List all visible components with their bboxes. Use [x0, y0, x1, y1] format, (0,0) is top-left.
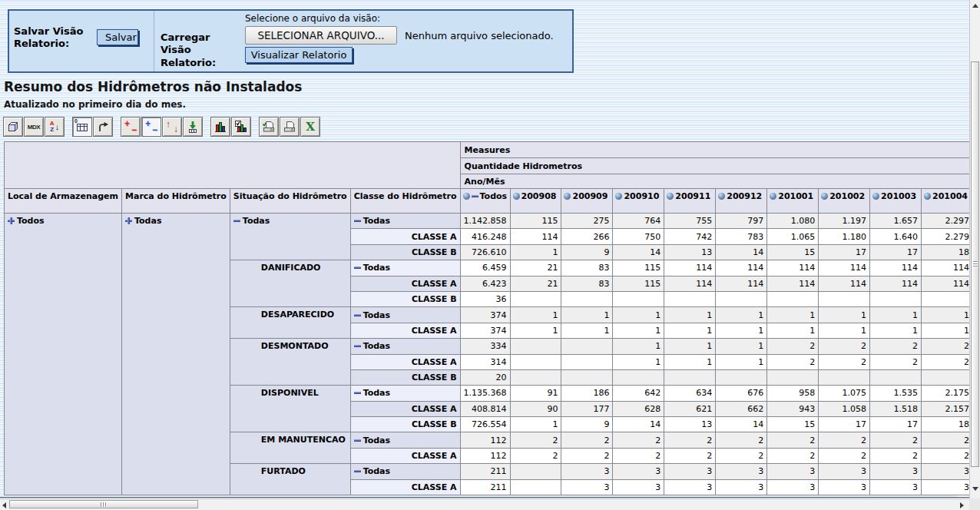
green-arrow-table-glyph — [187, 121, 199, 134]
collapse-minus-icon[interactable] — [354, 264, 361, 271]
toolbar-group-export: X — [259, 117, 321, 137]
row-member-local-todos-label: Todos — [17, 216, 45, 226]
dim-header-marca: Marca do Hidrômetro — [122, 189, 230, 214]
mdx-editor-icon[interactable]: MDX — [24, 117, 44, 137]
data-cell — [510, 479, 561, 495]
view-report-button[interactable]: Visualizar Relatorio — [245, 47, 353, 63]
data-cell: 114 — [716, 276, 767, 291]
collapse-minus-icon[interactable] — [354, 437, 361, 444]
row-member-situacao-em-manutencao[interactable]: EM MANUTENCAO — [230, 432, 350, 464]
data-cell: 1.065 — [767, 229, 819, 244]
data-cell: 2 — [613, 432, 664, 448]
drill-member-icon[interactable]: +− — [121, 117, 141, 137]
column-header-content: 201002 — [821, 191, 867, 201]
collapse-minus-icon[interactable] — [472, 193, 478, 200]
plus-minus-red-glyph: +− — [124, 121, 137, 133]
member-sphere-icon — [564, 193, 571, 200]
column-header-201002: 201002 — [819, 189, 870, 214]
data-cell: 1 — [510, 307, 561, 323]
toolbar-group-layout: 0 — [72, 117, 114, 137]
print-pdf-icon[interactable] — [280, 117, 300, 137]
data-cell: 2.175 — [922, 386, 973, 401]
save-view-label: Salvar Visão Relatorio: — [14, 25, 89, 51]
data-cell — [870, 369, 922, 385]
expand-plus-icon[interactable] — [125, 217, 132, 224]
row-member-classe-classe-a[interactable]: CLASSE A — [350, 479, 460, 495]
swap-axes-icon[interactable] — [93, 117, 113, 137]
scroll-down-arrow-icon[interactable] — [972, 487, 978, 491]
select-file-button[interactable]: SELECIONAR ARQUIVO... — [245, 26, 397, 45]
data-cell: 621 — [664, 401, 716, 416]
horizontal-scrollbar[interactable] — [0, 498, 969, 510]
row-member-classe-classe-b[interactable]: CLASSE B — [350, 291, 460, 306]
row-member-classe-classe-b[interactable]: CLASSE B — [350, 369, 460, 385]
data-cell: 1.657 — [870, 214, 922, 229]
row-member-situacao-disponivel[interactable]: DISPONIVEL — [230, 386, 350, 432]
data-cell: 15 — [767, 417, 819, 432]
row-member-classe-classe-a[interactable]: CLASSE A — [350, 323, 460, 338]
scroll-up-arrow-icon[interactable] — [972, 4, 978, 8]
show-chart-icon[interactable] — [210, 117, 230, 137]
row-member-situacao-desmontado[interactable]: DESMONTADO — [230, 339, 350, 386]
data-cell: 114 — [716, 260, 767, 276]
classe-content: Todas — [354, 263, 457, 273]
row-member-classe-todas: Todas — [350, 464, 460, 479]
chart-config-icon[interactable] — [231, 117, 251, 137]
column-header-content: Todos — [463, 191, 508, 201]
suppress-empty-cells-icon[interactable]: 0 — [72, 117, 92, 137]
row-member-classe-classe-a[interactable]: CLASSE A — [350, 229, 460, 244]
data-cell: 1 — [922, 307, 973, 323]
collapse-minus-icon[interactable] — [354, 343, 361, 349]
row-member-situacao-furtado[interactable]: FURTADO — [230, 464, 350, 495]
scroll-left-arrow-icon[interactable] — [2, 502, 6, 508]
drill-position-icon[interactable]: +− — [141, 117, 161, 137]
data-cell: 115 — [613, 260, 664, 276]
drill-through-icon[interactable] — [183, 117, 203, 137]
collapse-minus-icon[interactable] — [354, 217, 361, 224]
axis-header-measure-name: Quantidade Hidrometros — [460, 158, 980, 174]
vertical-scrollbar-thumb[interactable] — [971, 61, 979, 467]
collapse-minus-icon[interactable] — [354, 389, 361, 396]
data-cell: 3 — [870, 464, 922, 479]
data-cell: 783 — [716, 229, 767, 244]
scroll-right-arrow-icon[interactable] — [960, 502, 964, 508]
data-cell: 2.157 — [922, 401, 973, 416]
data-cell: 21 — [510, 260, 561, 276]
row-member-classe-classe-a[interactable]: CLASSE A — [350, 354, 460, 369]
column-header-201001: 201001 — [767, 189, 819, 214]
data-cell: 2 — [870, 354, 922, 369]
expand-plus-icon[interactable] — [8, 217, 15, 224]
column-label: 200909 — [572, 191, 610, 201]
data-cell: 83 — [561, 260, 613, 276]
row-member-classe-classe-a[interactable]: CLASSE A — [350, 401, 460, 416]
row-member-classe-classe-a[interactable]: CLASSE A — [350, 448, 460, 463]
row-member-situacao-desaparecido[interactable]: DESAPARECIDO — [230, 307, 350, 339]
column-header-content: 201004 — [924, 191, 970, 201]
data-cell: 2 — [767, 448, 819, 463]
olap-navigator-cube-icon[interactable] — [3, 117, 23, 137]
data-cell: 1.075 — [819, 386, 870, 401]
save-button[interactable]: Salvar — [97, 29, 138, 45]
row-member-classe-classe-b[interactable]: CLASSE B — [350, 244, 460, 260]
row-member-classe-classe-a[interactable]: CLASSE A — [350, 276, 460, 291]
print-config-icon[interactable] — [259, 117, 279, 137]
swap-arrow-glyph — [97, 121, 109, 133]
export-excel-icon[interactable]: X — [300, 117, 320, 137]
collapse-minus-icon[interactable] — [354, 312, 361, 319]
sort-az-icon[interactable]: AZ ↓ — [45, 117, 65, 137]
vertical-scrollbar[interactable] — [969, 0, 980, 498]
horizontal-scrollbar-thumb[interactable] — [9, 500, 198, 508]
page-subtitle: Atualizado no primeiro dia do mes. — [4, 99, 186, 110]
data-cell: 1.518 — [870, 401, 922, 416]
data-cell: 21 — [510, 276, 561, 291]
row-member-classe-classe-b[interactable]: CLASSE B — [350, 417, 460, 432]
file-prompt-label: Selecione o arquivo da visão: — [245, 13, 380, 24]
classe-label: Todas — [363, 435, 390, 445]
collapse-minus-icon[interactable] — [354, 468, 361, 475]
row-member-situacao-danificado[interactable]: DANIFICADO — [230, 260, 350, 307]
collapse-minus-icon[interactable] — [233, 217, 240, 224]
data-cell: 1 — [510, 417, 561, 432]
data-cell: 177 — [561, 401, 613, 416]
drill-replace-icon[interactable]: ↑↓ — [162, 117, 182, 137]
data-cell: 1 — [664, 323, 716, 338]
